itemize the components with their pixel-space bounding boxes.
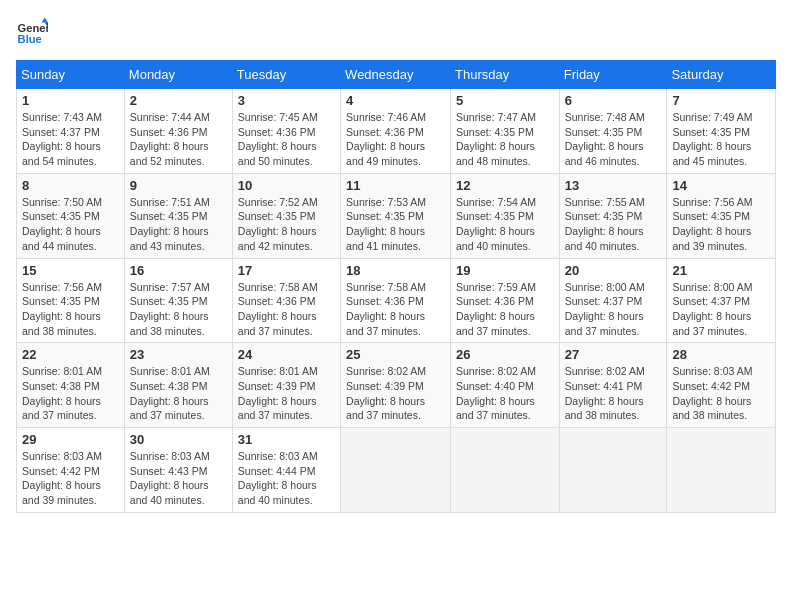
weekday-tuesday: Tuesday <box>232 61 340 89</box>
day-number: 10 <box>238 178 335 193</box>
day-number: 15 <box>22 263 119 278</box>
weekday-thursday: Thursday <box>451 61 560 89</box>
calendar-week-2: 8 Sunrise: 7:50 AM Sunset: 4:35 PM Dayli… <box>17 173 776 258</box>
calendar-cell: 27 Sunrise: 8:02 AM Sunset: 4:41 PM Dayl… <box>559 343 667 428</box>
day-number: 31 <box>238 432 335 447</box>
day-info: Sunrise: 7:45 AM Sunset: 4:36 PM Dayligh… <box>238 110 335 169</box>
calendar-week-1: 1 Sunrise: 7:43 AM Sunset: 4:37 PM Dayli… <box>17 89 776 174</box>
calendar-week-5: 29 Sunrise: 8:03 AM Sunset: 4:42 PM Dayl… <box>17 428 776 513</box>
calendar-cell: 9 Sunrise: 7:51 AM Sunset: 4:35 PM Dayli… <box>124 173 232 258</box>
day-number: 6 <box>565 93 662 108</box>
day-number: 28 <box>672 347 770 362</box>
day-number: 18 <box>346 263 445 278</box>
calendar-cell: 10 Sunrise: 7:52 AM Sunset: 4:35 PM Dayl… <box>232 173 340 258</box>
day-info: Sunrise: 7:50 AM Sunset: 4:35 PM Dayligh… <box>22 195 119 254</box>
calendar-cell: 11 Sunrise: 7:53 AM Sunset: 4:35 PM Dayl… <box>341 173 451 258</box>
day-number: 5 <box>456 93 554 108</box>
day-number: 13 <box>565 178 662 193</box>
day-info: Sunrise: 8:03 AM Sunset: 4:42 PM Dayligh… <box>22 449 119 508</box>
day-info: Sunrise: 8:01 AM Sunset: 4:38 PM Dayligh… <box>130 364 227 423</box>
day-number: 22 <box>22 347 119 362</box>
day-number: 16 <box>130 263 227 278</box>
page-header: General Blue <box>16 16 776 48</box>
calendar-cell: 13 Sunrise: 7:55 AM Sunset: 4:35 PM Dayl… <box>559 173 667 258</box>
day-info: Sunrise: 7:47 AM Sunset: 4:35 PM Dayligh… <box>456 110 554 169</box>
weekday-wednesday: Wednesday <box>341 61 451 89</box>
calendar-cell <box>451 428 560 513</box>
day-info: Sunrise: 8:03 AM Sunset: 4:43 PM Dayligh… <box>130 449 227 508</box>
svg-text:Blue: Blue <box>18 33 42 45</box>
day-info: Sunrise: 7:58 AM Sunset: 4:36 PM Dayligh… <box>238 280 335 339</box>
calendar-cell <box>559 428 667 513</box>
calendar-cell: 15 Sunrise: 7:56 AM Sunset: 4:35 PM Dayl… <box>17 258 125 343</box>
calendar-cell <box>341 428 451 513</box>
day-info: Sunrise: 7:57 AM Sunset: 4:35 PM Dayligh… <box>130 280 227 339</box>
calendar-week-4: 22 Sunrise: 8:01 AM Sunset: 4:38 PM Dayl… <box>17 343 776 428</box>
calendar-cell: 31 Sunrise: 8:03 AM Sunset: 4:44 PM Dayl… <box>232 428 340 513</box>
calendar-cell: 28 Sunrise: 8:03 AM Sunset: 4:42 PM Dayl… <box>667 343 776 428</box>
day-info: Sunrise: 8:03 AM Sunset: 4:42 PM Dayligh… <box>672 364 770 423</box>
day-number: 23 <box>130 347 227 362</box>
day-number: 24 <box>238 347 335 362</box>
day-info: Sunrise: 8:01 AM Sunset: 4:39 PM Dayligh… <box>238 364 335 423</box>
calendar-table: SundayMondayTuesdayWednesdayThursdayFrid… <box>16 60 776 513</box>
calendar-cell: 26 Sunrise: 8:02 AM Sunset: 4:40 PM Dayl… <box>451 343 560 428</box>
calendar-cell: 7 Sunrise: 7:49 AM Sunset: 4:35 PM Dayli… <box>667 89 776 174</box>
weekday-sunday: Sunday <box>17 61 125 89</box>
logo-icon: General Blue <box>16 16 48 48</box>
calendar-cell <box>667 428 776 513</box>
day-info: Sunrise: 7:56 AM Sunset: 4:35 PM Dayligh… <box>22 280 119 339</box>
day-number: 30 <box>130 432 227 447</box>
day-info: Sunrise: 7:54 AM Sunset: 4:35 PM Dayligh… <box>456 195 554 254</box>
calendar-cell: 25 Sunrise: 8:02 AM Sunset: 4:39 PM Dayl… <box>341 343 451 428</box>
calendar-cell: 23 Sunrise: 8:01 AM Sunset: 4:38 PM Dayl… <box>124 343 232 428</box>
calendar-cell: 12 Sunrise: 7:54 AM Sunset: 4:35 PM Dayl… <box>451 173 560 258</box>
svg-marker-2 <box>42 18 48 23</box>
day-number: 29 <box>22 432 119 447</box>
calendar-cell: 4 Sunrise: 7:46 AM Sunset: 4:36 PM Dayli… <box>341 89 451 174</box>
day-number: 26 <box>456 347 554 362</box>
calendar-cell: 6 Sunrise: 7:48 AM Sunset: 4:35 PM Dayli… <box>559 89 667 174</box>
day-info: Sunrise: 8:02 AM Sunset: 4:39 PM Dayligh… <box>346 364 445 423</box>
day-info: Sunrise: 8:02 AM Sunset: 4:40 PM Dayligh… <box>456 364 554 423</box>
day-number: 25 <box>346 347 445 362</box>
day-info: Sunrise: 7:56 AM Sunset: 4:35 PM Dayligh… <box>672 195 770 254</box>
day-number: 8 <box>22 178 119 193</box>
day-info: Sunrise: 8:01 AM Sunset: 4:38 PM Dayligh… <box>22 364 119 423</box>
day-info: Sunrise: 7:49 AM Sunset: 4:35 PM Dayligh… <box>672 110 770 169</box>
calendar-cell: 21 Sunrise: 8:00 AM Sunset: 4:37 PM Dayl… <box>667 258 776 343</box>
calendar-cell: 30 Sunrise: 8:03 AM Sunset: 4:43 PM Dayl… <box>124 428 232 513</box>
calendar-cell: 18 Sunrise: 7:58 AM Sunset: 4:36 PM Dayl… <box>341 258 451 343</box>
day-info: Sunrise: 8:02 AM Sunset: 4:41 PM Dayligh… <box>565 364 662 423</box>
day-info: Sunrise: 7:51 AM Sunset: 4:35 PM Dayligh… <box>130 195 227 254</box>
calendar-cell: 16 Sunrise: 7:57 AM Sunset: 4:35 PM Dayl… <box>124 258 232 343</box>
calendar-cell: 3 Sunrise: 7:45 AM Sunset: 4:36 PM Dayli… <box>232 89 340 174</box>
day-info: Sunrise: 7:48 AM Sunset: 4:35 PM Dayligh… <box>565 110 662 169</box>
day-info: Sunrise: 7:46 AM Sunset: 4:36 PM Dayligh… <box>346 110 445 169</box>
weekday-saturday: Saturday <box>667 61 776 89</box>
calendar-cell: 1 Sunrise: 7:43 AM Sunset: 4:37 PM Dayli… <box>17 89 125 174</box>
day-info: Sunrise: 8:00 AM Sunset: 4:37 PM Dayligh… <box>565 280 662 339</box>
day-number: 9 <box>130 178 227 193</box>
calendar-cell: 19 Sunrise: 7:59 AM Sunset: 4:36 PM Dayl… <box>451 258 560 343</box>
day-info: Sunrise: 7:43 AM Sunset: 4:37 PM Dayligh… <box>22 110 119 169</box>
day-number: 21 <box>672 263 770 278</box>
day-number: 7 <box>672 93 770 108</box>
calendar-cell: 20 Sunrise: 8:00 AM Sunset: 4:37 PM Dayl… <box>559 258 667 343</box>
day-number: 20 <box>565 263 662 278</box>
day-number: 14 <box>672 178 770 193</box>
day-number: 4 <box>346 93 445 108</box>
day-number: 2 <box>130 93 227 108</box>
calendar-body: 1 Sunrise: 7:43 AM Sunset: 4:37 PM Dayli… <box>17 89 776 513</box>
day-info: Sunrise: 7:53 AM Sunset: 4:35 PM Dayligh… <box>346 195 445 254</box>
day-info: Sunrise: 7:44 AM Sunset: 4:36 PM Dayligh… <box>130 110 227 169</box>
weekday-friday: Friday <box>559 61 667 89</box>
day-number: 12 <box>456 178 554 193</box>
calendar-cell: 2 Sunrise: 7:44 AM Sunset: 4:36 PM Dayli… <box>124 89 232 174</box>
calendar-cell: 17 Sunrise: 7:58 AM Sunset: 4:36 PM Dayl… <box>232 258 340 343</box>
calendar-week-3: 15 Sunrise: 7:56 AM Sunset: 4:35 PM Dayl… <box>17 258 776 343</box>
calendar-cell: 14 Sunrise: 7:56 AM Sunset: 4:35 PM Dayl… <box>667 173 776 258</box>
calendar-cell: 8 Sunrise: 7:50 AM Sunset: 4:35 PM Dayli… <box>17 173 125 258</box>
svg-text:General: General <box>18 22 48 34</box>
day-number: 1 <box>22 93 119 108</box>
